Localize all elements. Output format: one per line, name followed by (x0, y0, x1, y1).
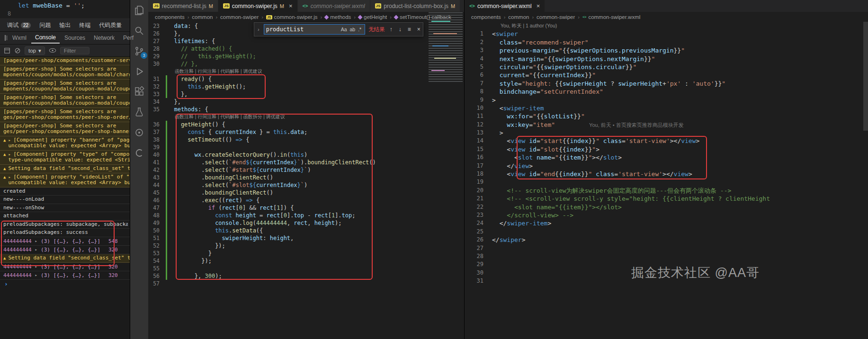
log-number: 444444444 (3, 264, 32, 270)
testing-icon[interactable] (134, 107, 145, 118)
array-preview: (3) [{…}, {…}, {…}] (41, 247, 100, 253)
expander-icon[interactable]: ▸ (8, 152, 13, 157)
source-control-icon[interactable]: 3 (134, 45, 145, 57)
editor-tab-recommend-list.js[interactable]: JSrecommend-list.jsM (148, 0, 218, 12)
expander-icon[interactable]: ▸ (8, 175, 13, 179)
devtools-tab-代码质量[interactable]: 代码质量 (96, 20, 125, 31)
console-row[interactable]: ▲▸ [Component] property "banner" of "pag… (0, 136, 130, 151)
find-toggle-ab[interactable]: ab (349, 27, 357, 32)
console-filter-input[interactable] (60, 47, 89, 54)
breadcrumb-item-common[interactable]: common (192, 14, 213, 20)
editor-tab-common-swiper.wxml[interactable]: <>common-swiper.wxml (298, 0, 370, 12)
devtools-tab-Network[interactable]: Network (90, 33, 118, 43)
devtools-tab-调试[interactable]: 调试22 (4, 20, 34, 31)
run-debug-icon[interactable] (134, 66, 145, 77)
expander-icon[interactable]: ▸ (35, 264, 37, 269)
console-panel-icon[interactable] (4, 47, 10, 54)
previous-match-icon[interactable]: ↑ (388, 26, 394, 33)
extensions-icon[interactable] (134, 86, 145, 98)
devtools-tab-Wxml[interactable]: Wxml (9, 33, 30, 43)
breadcrumb-item-getHeight[interactable]: getHeight (358, 14, 387, 20)
close-find-icon[interactable]: × (416, 26, 422, 33)
tab-label: product-list-column-box.js (384, 3, 448, 9)
codelens-line[interactable]: You, 昨天 | 1 author (You) (465, 22, 863, 30)
toggle-replace-icon[interactable]: › (257, 27, 260, 32)
devtools-tab-Perf[interactable]: Perf (119, 33, 137, 43)
line-number: 5 (465, 63, 492, 71)
explorer-icon[interactable] (134, 5, 145, 16)
expander-icon[interactable]: ▸ (35, 247, 37, 252)
close-tab-icon[interactable]: × (289, 2, 293, 9)
remote-ring-icon[interactable] (134, 127, 145, 138)
editor-tab-common-swiper.js[interactable]: JScommon-swiper.jsM× (218, 0, 298, 12)
expander-icon[interactable]: ▸ (8, 138, 13, 143)
editor-tab-bar: JSrecommend-list.jsMJScommon-swiper.jsM×… (148, 0, 464, 12)
js-file-icon: JS (375, 3, 382, 9)
breadcrumb-item-methods[interactable]: methods (325, 14, 351, 20)
line-number: 40 (148, 151, 167, 159)
line-number: 32 (148, 83, 167, 90)
code-line-13: 13 > (465, 129, 863, 137)
code-line-14: 14 <view id="start{{index}}" class='star… (465, 137, 863, 145)
console-row[interactable]: ▲▸ [Component] property "type" of "compo… (0, 151, 130, 165)
code-line-2: 2 class="recommend-swiper" (465, 38, 863, 46)
modified-badge: M (280, 3, 284, 9)
find-toggle-.*[interactable]: .* (357, 27, 363, 32)
find-input[interactable] (266, 26, 339, 33)
console-row: new----onShow (0, 204, 130, 213)
next-match-icon[interactable]: ↓ (397, 26, 403, 33)
scrollbar[interactable] (863, 22, 868, 339)
devtools-tab-问题[interactable]: 问题 (36, 20, 54, 31)
breadcrumb-item-common-swiper.js[interactable]: JScommon-swiper.js (266, 14, 318, 20)
editor-tab-common-swiper.wxml[interactable]: <>common-swiper.wxml× (465, 0, 545, 12)
devtools-tab-终端[interactable]: 终端 (76, 20, 94, 31)
clear-console-icon[interactable] (14, 47, 21, 54)
minimap[interactable] (429, 12, 463, 287)
line-number: 34 (148, 98, 167, 106)
copilot-icon[interactable] (134, 147, 145, 159)
line-number: 14 (465, 137, 492, 145)
breadcrumb-item-components[interactable]: components (471, 14, 501, 20)
devtools-tab-Console[interactable]: Console (31, 32, 60, 44)
console-row: [pages/peer-shop] Some selectors arempon… (0, 94, 130, 108)
breadcrumb-item-common-swiper.wxml[interactable]: <>common-swiper.wxml (582, 14, 640, 20)
breadcrumb-item-common-swiper[interactable]: common-swiper (537, 14, 575, 20)
close-tab-icon[interactable]: × (537, 2, 540, 9)
code-editor-js[interactable]: 23 data: {26 },27 lifetimes: {28 // atta… (148, 22, 427, 339)
console-row[interactable]: 444444444▸(3) [{…}, {…}, {…}]548 (0, 237, 130, 246)
codelens-line[interactable]: 函数注释 | 行间注释 | 代码解释 | 函数拆分 | 调优建议 (148, 113, 427, 121)
console-row[interactable]: 444444444▸(3) [{…}, {…}, {…}]320 (0, 271, 130, 280)
git-blame-annotation: You, 前天 • 首页搜索页推荐商品模块开发 (589, 122, 684, 128)
editor-tab-product-list-column-box.js[interactable]: JSproduct-list-column-box.jsM (370, 0, 461, 12)
find-in-selection-ic on[interactable]: ≡ (406, 26, 412, 33)
find-widget: › Aaab.* 无结果 ↑ ↓ ≡ × (254, 22, 423, 36)
code-editor-wxml[interactable]: You, 昨天 | 1 author (You)1<swiper2 class=… (465, 22, 863, 339)
line-number: 15 (465, 145, 492, 153)
console-row[interactable]: 444444444▸(3) [{…}, {…}, {…}]320 (0, 246, 130, 254)
panel-grid-icon[interactable] (5, 35, 6, 41)
console-row[interactable]: 444444444▸(3) [{…}, {…}, {…}]320 (0, 263, 130, 271)
find-toggle-Aa[interactable]: Aa (340, 27, 349, 32)
console-context-dropdown[interactable]: top ▾ (25, 46, 45, 55)
line-number: 23 (148, 22, 167, 30)
console-row: [pages/peer-shop/components/customer-ser… (0, 57, 130, 65)
line-number: 17 (465, 162, 492, 170)
console-row: preloadSubpackages: subpackage, subpacka… (0, 221, 130, 229)
devtools-tab-Sources[interactable]: Sources (61, 33, 89, 43)
breadcrumb-item-common[interactable]: common (508, 14, 529, 20)
expander-icon[interactable]: ▸ (35, 273, 37, 277)
codelens-line[interactable]: 函数注释 | 行间注释 | 代码解释 | 调优建议 (148, 68, 427, 75)
line-number: 7 (465, 80, 492, 88)
breadcrumb-item-common-swiper[interactable]: common-swiper (220, 14, 259, 20)
code-line-17: 17 </view> (465, 162, 863, 170)
code-line-57: 57 (148, 280, 427, 287)
console-row: ▲Setting data field "second_class_set" t… (0, 165, 130, 173)
console-row[interactable]: ▲▸ [Component] property "videoList" of "… (0, 173, 130, 187)
breadcrumb-item-components[interactable]: components (155, 14, 185, 20)
code-line-35: 35 methods: { (148, 106, 427, 113)
line-number: 44 (148, 181, 167, 189)
eye-icon[interactable] (49, 48, 56, 53)
console-input-prompt[interactable]: › (4, 280, 8, 287)
expander-icon[interactable]: ▸ (35, 239, 37, 243)
devtools-tab-输出[interactable]: 输出 (56, 20, 74, 31)
